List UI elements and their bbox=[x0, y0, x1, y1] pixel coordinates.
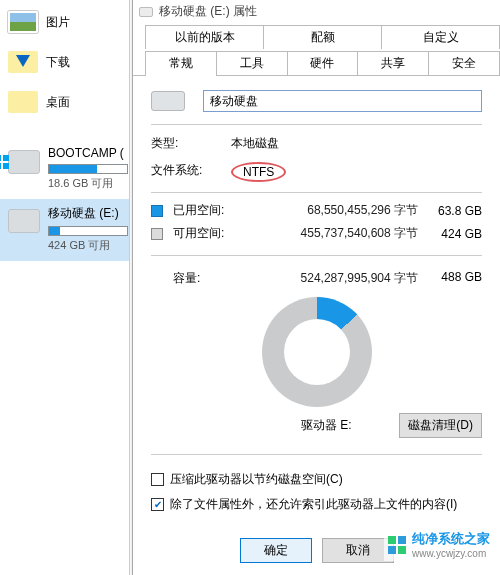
window-title: 移动硬盘 (E:) 属性 bbox=[159, 3, 257, 20]
disk-large-icon bbox=[151, 91, 185, 111]
drive-title: 移动硬盘 (E:) bbox=[48, 205, 128, 222]
used-bytes: 68,550,455,296 字节 bbox=[241, 202, 418, 219]
downloads-icon bbox=[8, 51, 38, 73]
index-label: 除了文件属性外，还允许索引此驱动器上文件的内容(I) bbox=[170, 496, 457, 513]
type-label: 类型: bbox=[151, 135, 213, 152]
tab-sharing[interactable]: 共享 bbox=[357, 51, 429, 75]
usage-text: 18.6 GB 可用 bbox=[48, 176, 128, 191]
tab-quota[interactable]: 配额 bbox=[263, 25, 382, 49]
general-pane: 类型: 本地磁盘 文件系统: NTFS 已用空间: 68,550,455,296… bbox=[133, 84, 500, 517]
titlebar[interactable]: 移动硬盘 (E:) 属性 bbox=[133, 0, 500, 23]
cancel-button[interactable]: 取消 bbox=[322, 538, 394, 563]
quick-access-pictures[interactable]: 图片 bbox=[0, 2, 129, 42]
tab-row-2: 常规 工具 硬件 共享 安全 bbox=[133, 51, 500, 76]
tab-previous-versions[interactable]: 以前的版本 bbox=[145, 25, 264, 49]
watermark-url: www.ycwjzy.com bbox=[412, 548, 490, 559]
drive-icon bbox=[8, 150, 40, 174]
usage-text: 424 GB 可用 bbox=[48, 238, 128, 253]
index-check-row[interactable]: 除了文件属性外，还允许索引此驱动器上文件的内容(I) bbox=[151, 492, 482, 517]
drive-title: BOOTCAMP ( bbox=[48, 146, 128, 160]
usage-fill bbox=[49, 165, 97, 173]
usage-donut-chart bbox=[151, 287, 482, 411]
type-value: 本地磁盘 bbox=[231, 135, 279, 152]
free-label: 可用空间: bbox=[173, 225, 233, 242]
drive-item-bootcamp[interactable]: BOOTCAMP ( 18.6 GB 可用 bbox=[0, 140, 129, 199]
watermark-logo-icon bbox=[388, 536, 406, 554]
tab-tools[interactable]: 工具 bbox=[216, 51, 288, 75]
watermark: 纯净系统之家 www.ycwjzy.com bbox=[384, 528, 494, 561]
disk-cleanup-button[interactable]: 磁盘清理(D) bbox=[399, 413, 482, 438]
quick-access-downloads[interactable]: 下载 bbox=[0, 42, 129, 82]
used-size: 63.8 GB bbox=[426, 204, 482, 218]
donut-graphic bbox=[262, 297, 372, 407]
usage-bar bbox=[48, 164, 128, 174]
free-bytes: 455,737,540,608 字节 bbox=[241, 225, 418, 242]
total-label: 容量: bbox=[173, 270, 233, 287]
used-swatch bbox=[151, 205, 163, 217]
tab-security[interactable]: 安全 bbox=[428, 51, 500, 75]
quick-label: 图片 bbox=[46, 14, 70, 31]
compress-label: 压缩此驱动器以节约磁盘空间(C) bbox=[170, 471, 343, 488]
used-label: 已用空间: bbox=[173, 202, 233, 219]
checkbox-index[interactable] bbox=[151, 498, 164, 511]
drive-letter-label: 驱动器 E: bbox=[301, 417, 352, 434]
usage-bar bbox=[48, 226, 128, 236]
quick-access-desktop[interactable]: 桌面 bbox=[0, 82, 129, 122]
checkbox-compress[interactable] bbox=[151, 473, 164, 486]
compress-check-row[interactable]: 压缩此驱动器以节约磁盘空间(C) bbox=[151, 467, 482, 492]
free-swatch bbox=[151, 228, 163, 240]
properties-window: 移动硬盘 (E:) 属性 以前的版本 配额 自定义 常规 工具 硬件 共享 安全… bbox=[132, 0, 500, 575]
free-size: 424 GB bbox=[426, 227, 482, 241]
filesystem-label: 文件系统: bbox=[151, 162, 213, 182]
tab-hardware[interactable]: 硬件 bbox=[287, 51, 359, 75]
drive-icon bbox=[8, 209, 40, 233]
tab-row-1: 以前的版本 配额 自定义 bbox=[133, 25, 500, 49]
ok-button[interactable]: 确定 bbox=[240, 538, 312, 563]
tab-custom[interactable]: 自定义 bbox=[381, 25, 500, 49]
tab-general[interactable]: 常规 bbox=[145, 51, 217, 75]
usage-fill bbox=[49, 227, 60, 235]
desktop-icon bbox=[8, 91, 38, 113]
total-bytes: 524,287,995,904 字节 bbox=[241, 270, 418, 287]
watermark-text: 纯净系统之家 bbox=[412, 530, 490, 548]
drive-item-removable[interactable]: 移动硬盘 (E:) 424 GB 可用 bbox=[0, 199, 129, 261]
explorer-sidebar: 图片 下载 桌面 BOOTCAMP ( 18.6 GB 可用 移动硬盘 (E:)… bbox=[0, 0, 130, 575]
quick-label: 桌面 bbox=[46, 94, 70, 111]
drive-name-input[interactable] bbox=[203, 90, 482, 112]
pictures-icon bbox=[8, 11, 38, 33]
drive-small-icon bbox=[139, 7, 153, 17]
total-size: 488 GB bbox=[426, 270, 482, 287]
filesystem-value: NTFS bbox=[231, 162, 286, 182]
quick-label: 下载 bbox=[46, 54, 70, 71]
